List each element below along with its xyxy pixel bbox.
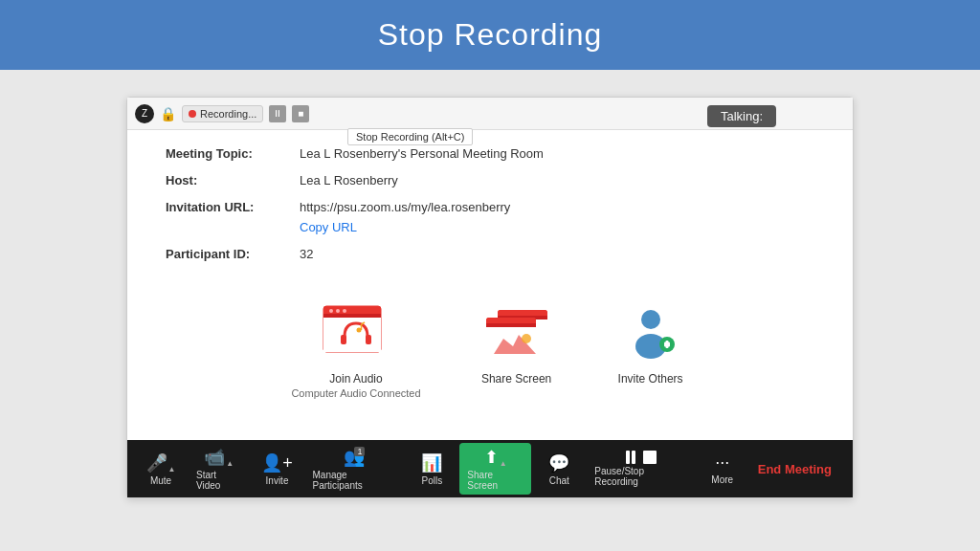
invite-others-label: Invite Others — [618, 372, 683, 386]
mute-icon: 🎤 — [146, 452, 167, 474]
toolbar-items: 🎤 ▲ Mute 📹 ▲ Start Video 👤+ Invi — [137, 443, 746, 495]
polls-button[interactable]: 📊 Polls — [408, 449, 456, 490]
zoom-window: Z 🔒 Recording... ⏸ ■ Stop Recording (Alt… — [126, 97, 854, 498]
mute-button[interactable]: 🎤 ▲ Mute — [137, 449, 185, 490]
join-audio-label: Join Audio — [329, 372, 382, 386]
participants-label: Manage Participants — [313, 470, 397, 491]
svg-point-24 — [641, 310, 660, 329]
stop-recording-tooltip: Stop Recording (Alt+C) — [347, 128, 473, 145]
host-label: Host: — [166, 172, 300, 189]
join-audio-sublabel: Computer Audio Connected — [291, 387, 420, 399]
invite-label: Invite — [266, 475, 289, 486]
polls-icon: 📊 — [421, 452, 442, 474]
chat-icon: 💬 — [548, 452, 569, 474]
share-chevron: ▲ — [500, 459, 507, 468]
share-screen-button[interactable]: ⬆ ▲ Share Screen — [459, 443, 531, 495]
participant-id-row: Participant ID: 32 — [166, 246, 814, 263]
svg-rect-28 — [665, 341, 668, 348]
more-icon: ··· — [715, 452, 729, 473]
chat-label: Chat — [549, 475, 569, 486]
polls-label: Polls — [422, 475, 443, 486]
svg-point-23 — [522, 334, 531, 343]
participant-id-value: 32 — [300, 246, 313, 263]
recording-badge: Recording... — [182, 105, 263, 122]
invite-icon: 👤+ — [261, 452, 293, 474]
topic-label: Meeting Topic: — [166, 145, 300, 163]
talking-badge: Talking: — [707, 105, 776, 127]
share-screen-icon — [479, 298, 555, 364]
page-header: Stop Recording — [0, 0, 980, 70]
share-screen-toolbar-icon: ⬆ — [484, 447, 499, 468]
recording-text: Recording... — [200, 108, 256, 120]
more-label: More — [711, 474, 733, 485]
mute-label: Mute — [150, 475, 171, 486]
svg-point-6 — [336, 309, 340, 313]
share-screen-action[interactable]: Share Screen — [479, 298, 555, 399]
invite-others-action[interactable]: Invite Others — [612, 298, 689, 399]
url-label: Invitation URL: — [166, 199, 300, 235]
svg-rect-20 — [486, 323, 536, 327]
copy-url-link[interactable]: Copy URL — [300, 219, 510, 236]
start-video-button[interactable]: 📹 ▲ Start Video — [189, 443, 250, 495]
meeting-info: Meeting Topic: Lea L Rosenberry's Person… — [127, 130, 853, 282]
svg-point-5 — [329, 309, 333, 313]
record-icon — [626, 451, 657, 464]
host-row: Host: Lea L Rosenberry — [166, 172, 814, 189]
page-title: Stop Recording — [378, 17, 603, 52]
url-value: https://psu.zoom.us/my/lea.rosenberry — [300, 199, 510, 216]
main-area: Z 🔒 Recording... ⏸ ■ Stop Recording (Alt… — [0, 70, 980, 551]
video-chevron: ▲ — [226, 459, 234, 468]
share-screen-label: Share Screen — [481, 372, 551, 386]
end-meeting-button[interactable]: End Meeting — [746, 454, 843, 484]
participants-button[interactable]: 👥 1 Manage Participants — [305, 443, 405, 495]
url-row: Invitation URL: https://psu.zoom.us/my/l… — [166, 199, 814, 235]
svg-rect-10 — [366, 335, 371, 344]
svg-rect-4 — [323, 314, 381, 318]
share-screen-toolbar-label: Share Screen — [467, 470, 523, 491]
invite-others-icon — [612, 298, 689, 364]
pause-recording-btn[interactable]: ⏸ — [269, 105, 286, 122]
mute-chevron: ▲ — [168, 465, 176, 474]
join-audio-icon — [318, 298, 394, 364]
record-label: Pause/Stop Recording — [594, 466, 686, 487]
video-icon: 📹 — [204, 447, 225, 468]
host-value: Lea L Rosenberry — [300, 172, 398, 189]
topic-value: Lea L Rosenberry's Personal Meeting Room — [300, 145, 544, 163]
stop-recording-btn[interactable]: ■ — [292, 105, 309, 122]
topic-row: Meeting Topic: Lea L Rosenberry's Person… — [166, 145, 814, 163]
bottom-toolbar: 🎤 ▲ Mute 📹 ▲ Start Video 👤+ Invi — [127, 440, 853, 497]
video-label: Start Video — [196, 470, 242, 491]
recording-dot — [189, 110, 196, 118]
join-audio-action[interactable]: Join Audio Computer Audio Connected — [291, 298, 420, 399]
pause-stop-recording-button[interactable]: Pause/Stop Recording — [587, 447, 694, 491]
participant-id-label: Participant ID: — [166, 246, 300, 263]
actions-area: Join Audio Computer Audio Connected — [127, 282, 853, 408]
svg-point-7 — [343, 309, 346, 313]
zoom-circle-icon: Z — [135, 104, 154, 123]
participant-count-badge: 1 — [354, 447, 365, 456]
more-button[interactable]: ··· More — [699, 449, 746, 489]
zoom-topbar: Z 🔒 Recording... ⏸ ■ Stop Recording (Alt… — [127, 98, 853, 130]
lock-icon: 🔒 — [160, 106, 176, 121]
chat-button[interactable]: 💬 Chat — [535, 449, 583, 490]
svg-rect-9 — [341, 335, 346, 344]
invite-button[interactable]: 👤+ Invite — [254, 449, 301, 490]
